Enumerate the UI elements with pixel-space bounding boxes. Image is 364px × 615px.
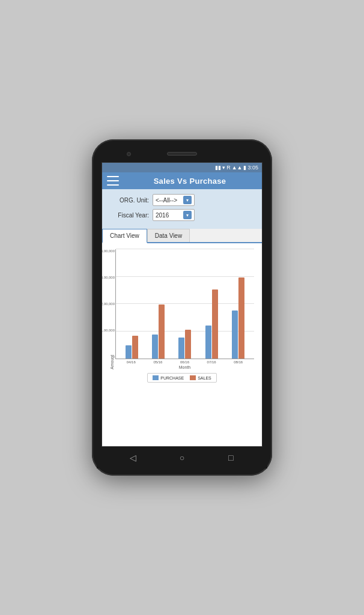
bar-sales-0416 xyxy=(132,336,138,359)
org-unit-label: ORG. Unit: xyxy=(108,197,149,204)
fiscal-year-select[interactable]: 2016 ▾ xyxy=(153,209,195,221)
x-label-0616: 06/16 xyxy=(180,360,189,364)
time-display: 3:05 xyxy=(247,165,258,171)
bar-group-0716 xyxy=(205,289,218,359)
status-icons: ▮▮ ▾ R ▲▲ ▮ 3:05 xyxy=(215,165,258,171)
org-unit-select[interactable]: <--All--> ▾ xyxy=(153,194,195,206)
status-bar: ▮▮ ▾ R ▲▲ ▮ 3:05 xyxy=(102,163,262,172)
tab-data-view[interactable]: Data View xyxy=(147,229,190,242)
bars-area xyxy=(116,249,254,359)
legend-sales: SALES xyxy=(190,375,211,380)
y-tick-0: 0 xyxy=(102,355,115,359)
bar-sales-0516 xyxy=(159,304,165,359)
y-ticks: 0 1,00,000 2,00,000 3,00,000 4,00,000 xyxy=(102,249,115,359)
recent-apps-button[interactable]: □ xyxy=(224,451,237,464)
org-unit-dropdown-icon: ▾ xyxy=(183,196,192,204)
bar-purchase-0516 xyxy=(152,335,158,359)
home-button[interactable]: ○ xyxy=(175,451,189,464)
legend-sales-color xyxy=(190,375,196,380)
chart-plot: 0 1,00,000 2,00,000 3,00,000 4,00,000 xyxy=(115,249,254,359)
bar-purchase-0416 xyxy=(126,345,132,359)
y-tick-1: 1,00,000 xyxy=(102,329,115,332)
org-unit-row: ORG. Unit: <--All--> ▾ xyxy=(108,194,256,206)
bar-purchase-0616 xyxy=(178,338,184,359)
phone-top-bezel xyxy=(97,145,267,162)
fiscal-year-dropdown-icon: ▾ xyxy=(183,211,192,219)
y-tick-2: 2,00,000 xyxy=(102,302,115,306)
org-unit-value: <--All--> xyxy=(156,197,181,204)
legend-purchase: PURCHASE xyxy=(153,375,184,380)
phone-nav-bar: ◁ ○ □ xyxy=(97,447,267,468)
tab-chart-view[interactable]: Chart View xyxy=(102,229,147,243)
chart-container: Amount 0 1,00,000 2,00,000 3,00,000 4,00… xyxy=(110,249,254,369)
back-button[interactable]: ◁ xyxy=(127,451,140,464)
x-label-0416: 04/16 xyxy=(127,360,136,364)
y-tick-3: 3,00,000 xyxy=(102,276,115,279)
bar-group-0516 xyxy=(152,304,165,359)
bar-sales-0716 xyxy=(212,289,218,359)
legend-purchase-color xyxy=(153,375,159,380)
menu-button[interactable] xyxy=(107,176,119,186)
x-label-0516: 05/16 xyxy=(153,360,162,364)
bar-group-0416 xyxy=(126,336,138,359)
fiscal-year-row: Fiscal Year: 2016 ▾ xyxy=(108,209,256,221)
bar-group-0816 xyxy=(232,277,244,359)
x-labels: 04/16 05/16 06/16 07/16 08/16 xyxy=(115,359,254,364)
chart-inner: 0 1,00,000 2,00,000 3,00,000 4,00,000 xyxy=(115,249,254,369)
bar-group-0616 xyxy=(178,330,191,359)
app-header: Sales Vs Purchase xyxy=(102,172,262,189)
tab-bar: Chart View Data View xyxy=(102,229,262,243)
chart-legend: PURCHASE SALES xyxy=(147,373,216,383)
signal-icon: ▮▮ xyxy=(215,165,221,171)
phone-screen: ▮▮ ▾ R ▲▲ ▮ 3:05 Sales Vs Purchase ORG. … xyxy=(102,162,262,447)
legend-purchase-label: PURCHASE xyxy=(160,376,184,380)
x-label-0816: 08/16 xyxy=(234,360,243,364)
bar-purchase-0716 xyxy=(205,326,211,359)
network-icon: R xyxy=(226,165,231,171)
chart-area: Amount 0 1,00,000 2,00,000 3,00,000 4,00… xyxy=(102,243,262,446)
earpiece-speaker xyxy=(167,152,197,156)
x-label-0716: 07/16 xyxy=(207,360,216,364)
legend-sales-label: SALES xyxy=(198,376,211,380)
wifi-icon: ▾ xyxy=(222,165,225,171)
phone-frame: ▮▮ ▾ R ▲▲ ▮ 3:05 Sales Vs Purchase ORG. … xyxy=(92,139,272,476)
bar-purchase-0816 xyxy=(232,311,238,359)
fiscal-year-value: 2016 xyxy=(156,212,181,219)
battery-icon: ▮ xyxy=(243,165,246,171)
x-axis-label: Month xyxy=(115,365,254,369)
bar-sales-0816 xyxy=(238,277,244,359)
y-tick-4: 4,00,000 xyxy=(102,249,115,253)
front-camera xyxy=(127,152,131,156)
filter-area: ORG. Unit: <--All--> ▾ Fiscal Year: 2016… xyxy=(102,189,262,229)
bar-sales-0616 xyxy=(185,330,191,359)
fiscal-year-label: Fiscal Year: xyxy=(108,212,149,219)
app-title: Sales Vs Purchase xyxy=(123,177,257,186)
signal-bars: ▲▲ xyxy=(232,165,243,171)
